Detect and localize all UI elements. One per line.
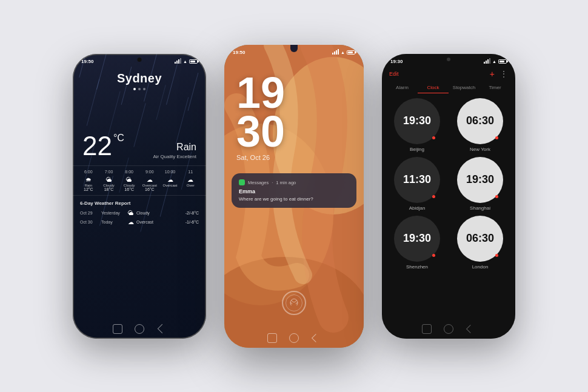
shanghai-red-dot (495, 195, 498, 198)
signal-icon (175, 59, 181, 64)
abidjan-label: Abidjan (409, 205, 426, 211)
weather-header: Sydney (73, 71, 206, 90)
notif-time: 1 min ago (276, 180, 296, 185)
phone-weather: 19:50 ▲ Sydney 22 (73, 54, 206, 339)
status-icons-p3: ▲ (484, 59, 507, 64)
status-icons-p2: ▲ (332, 50, 355, 55)
tab-stopwatch[interactable]: Stopwatch (449, 82, 479, 93)
teardrop-notch (289, 45, 299, 57)
london-label: London (472, 264, 489, 270)
messages-app-icon (239, 179, 245, 185)
status-bar-p3: 19:30 ▲ (382, 54, 515, 64)
newyork-red-dot (495, 136, 498, 139)
clock-shenzhen: 19:30 Shenzhen (388, 216, 446, 270)
home-nav-p3[interactable] (422, 324, 432, 334)
wifi-icon-p2: ▲ (341, 50, 345, 55)
header-action-icons: + ⋮ (490, 69, 508, 79)
newyork-label: New York (470, 147, 490, 152)
status-bar-p1: 19:50 ▲ (73, 54, 206, 64)
clock-circle-abidjan: 11:30 (394, 157, 440, 203)
bottom-nav-p1 (73, 324, 206, 334)
notif-sender: Emma (239, 188, 349, 194)
signal-icon-p3 (484, 59, 490, 64)
clock-newyork: 06:30 New York (451, 98, 509, 152)
bottom-nav-p2 (224, 333, 364, 348)
battery-icon-p3 (498, 59, 507, 64)
clock-london: 06:30 London (451, 216, 509, 270)
shanghai-time: 19:30 (466, 173, 494, 186)
tab-alarm[interactable]: Alarm (387, 82, 418, 93)
recent-nav-icon[interactable] (156, 324, 166, 334)
fingerprint-area[interactable] (224, 291, 364, 333)
lockscreen-clock: 19 30 Sat, Oct 26 (224, 55, 364, 162)
status-icons-p1: ▲ (175, 59, 198, 64)
clock-abidjan: 11:30 Abidjan (388, 157, 446, 211)
six-day-report: 6-Day Weather Report Oct 29 Yesterday 🌥 … (73, 196, 206, 233)
bottom-nav-p3 (382, 324, 515, 334)
clock-app-header: Edit + ⋮ (382, 64, 515, 79)
home-nav-icon[interactable] (113, 324, 122, 334)
clock-circle-london: 06:30 (457, 216, 503, 262)
clock-date: Sat, Oct 26 (236, 154, 352, 161)
beijing-time: 19:30 (403, 115, 431, 127)
phone-lockscreen: 19:50 ▲ 19 30 Sat, Oct 26 (224, 45, 364, 348)
newyork-time: 06:30 (466, 115, 494, 127)
clock-shanghai: 19:30 Shanghai (451, 157, 509, 211)
weather-condition: Rain (153, 142, 196, 153)
beijing-label: Beijing (410, 147, 424, 152)
weather-main: 22 °C Rain Air Quality Excellent (73, 133, 206, 159)
london-red-dot (495, 254, 498, 257)
home-nav-p2[interactable] (267, 333, 277, 343)
hourly-forecast: 6:00 7:00 8:00 9:00 10:00 11 🌧Rain12°C 🌥… (73, 165, 206, 196)
shenzhen-label: Shenzhen (406, 264, 428, 270)
notification-card: Messages · 1 min ago Emma Where are we g… (232, 173, 356, 208)
status-time-p2: 19:50 (233, 50, 245, 55)
back-nav-icon[interactable] (135, 324, 144, 334)
battery-icon-p2 (347, 50, 355, 55)
clock-circle-shenzhen: 19:30 (394, 216, 440, 262)
fingerprint-icon[interactable] (286, 294, 302, 311)
six-day-title: 6-Day Weather Report (80, 201, 199, 206)
clock-time: 19 30 (236, 73, 352, 152)
clock-circle-shanghai: 19:30 (457, 157, 503, 203)
clock-tabs: Alarm Clock Stopwatch Timer (382, 82, 515, 93)
back-nav-p3[interactable] (444, 324, 453, 334)
tab-clock[interactable]: Clock (418, 82, 449, 93)
world-clocks-grid: 19:30 Beijing 06:30 New York 11:30 (382, 93, 515, 274)
shenzhen-time: 19:30 (403, 232, 431, 245)
temperature-value: 22 (82, 133, 112, 159)
clock-beijing: 19:30 Beijing (388, 98, 446, 152)
clock-circle-beijing: 19:30 (394, 98, 440, 144)
shenzhen-red-dot (432, 254, 435, 257)
add-clock-button[interactable]: + (490, 70, 495, 78)
notif-app-name: Messages (248, 180, 269, 185)
signal-icon-p2 (332, 50, 339, 55)
status-time-p3: 19:30 (390, 59, 403, 64)
beijing-red-dot (432, 136, 435, 139)
abidjan-time: 11:30 (403, 173, 431, 186)
lockscreen-bottom (224, 291, 364, 348)
wifi-icon: ▲ (183, 59, 187, 64)
city-name: Sydney (73, 71, 206, 85)
air-quality: Air Quality Excellent (153, 154, 196, 159)
tab-timer[interactable]: Timer (479, 82, 510, 93)
shanghai-label: Shanghai (470, 205, 490, 211)
recent-nav-p3[interactable] (466, 324, 475, 334)
status-time-p1: 19:50 (81, 59, 93, 64)
abidjan-red-dot (432, 195, 435, 198)
day-row-2: Oct 30 Today ☁ Overcast -1/-6°C (80, 219, 199, 225)
wifi-icon-p3: ▲ (492, 59, 496, 64)
more-options-button[interactable]: ⋮ (499, 69, 508, 79)
phone-worldclock: 19:30 ▲ Edit + ⋮ Al (382, 54, 515, 339)
day-row-1: Oct 29 Yesterday 🌥 Cloudy -2/-8°C (80, 210, 199, 216)
notif-message: Where are we going to eat dinner? (239, 196, 349, 202)
battery-icon (189, 59, 198, 64)
temperature-unit: °C (113, 133, 124, 144)
recent-nav-p2[interactable] (311, 333, 321, 343)
back-nav-p2[interactable] (289, 333, 299, 343)
edit-button[interactable]: Edit (389, 71, 399, 77)
london-time: 06:30 (466, 232, 494, 245)
notification-header: Messages · 1 min ago (239, 179, 349, 185)
clock-circle-newyork: 06:30 (457, 98, 503, 144)
